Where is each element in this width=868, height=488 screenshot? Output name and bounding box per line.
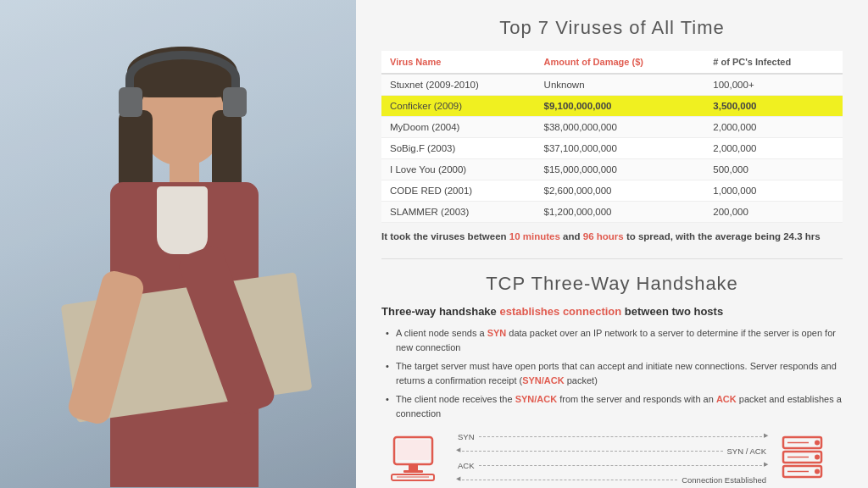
arrow-line bbox=[479, 436, 766, 437]
arrow-row: ACK bbox=[458, 461, 766, 470]
virus-infected-cell: 1,000,000 bbox=[704, 180, 843, 202]
arrow-label: SYN bbox=[458, 432, 475, 441]
svg-rect-2 bbox=[409, 464, 418, 470]
virus-damage-cell: $38,000,000,000 bbox=[536, 117, 705, 138]
virus-name-cell: Conficker (2009) bbox=[381, 96, 536, 117]
arrow-label: ACK bbox=[458, 461, 475, 470]
virus-infected-cell: 100,000+ bbox=[704, 74, 843, 96]
bullet-item: The target server must have open ports t… bbox=[386, 359, 843, 387]
tcp-title: TCP Three-Way Handshake bbox=[381, 273, 843, 295]
bullet-item: The client node receives the SYN/ACK fro… bbox=[386, 392, 843, 420]
table-row: CODE RED (2001)$2,600,000,0001,000,000 bbox=[381, 180, 843, 202]
syn-ack-highlight2: SYN/ACK bbox=[515, 394, 558, 404]
virus-damage-cell: $2,600,000,000 bbox=[536, 180, 705, 202]
spread-note-max: 96 hours bbox=[583, 231, 624, 241]
svg-point-9 bbox=[815, 454, 820, 459]
spread-note-min: 10 minutes bbox=[509, 231, 560, 241]
table-row: MyDoom (2004)$38,000,000,0002,000,000 bbox=[381, 117, 843, 138]
table-row: Stuxnet (2009-2010)Unknown100,000+ bbox=[381, 74, 843, 96]
virus-table-title: Top 7 Viruses of All Time bbox=[381, 17, 843, 39]
arrow-line bbox=[458, 451, 723, 452]
virus-damage-cell: $9,100,000,000 bbox=[536, 96, 705, 117]
virus-infected-cell: 500,000 bbox=[704, 159, 843, 180]
subtitle-start: Three-way handshake bbox=[381, 305, 499, 318]
arrow-row: SYN / ACK bbox=[458, 446, 766, 456]
server-icon bbox=[779, 435, 834, 482]
virus-name-cell: SoBig.F (2003) bbox=[381, 138, 536, 159]
virus-infected-cell: 2,000,000 bbox=[704, 117, 843, 138]
virus-name-cell: CODE RED (2001) bbox=[381, 180, 536, 202]
content-panel: Top 7 Viruses of All Time Virus Name Amo… bbox=[356, 0, 868, 488]
virus-infected-cell: 2,000,000 bbox=[704, 138, 843, 159]
col-header-infected: # of PC's Infected bbox=[704, 51, 843, 74]
spread-note: It took the viruses between 10 minutes a… bbox=[381, 231, 843, 241]
spread-note-end: to spread, with the average being 24.3 h… bbox=[626, 231, 821, 241]
syn-ack-highlight: SYN/ACK bbox=[522, 375, 565, 385]
subtitle-end: between two hosts bbox=[621, 305, 723, 318]
photo-panel bbox=[0, 0, 356, 488]
arrow-line bbox=[458, 480, 677, 480]
virus-name-cell: I Love You (2000) bbox=[381, 159, 536, 180]
virus-infected-cell: 3,500,000 bbox=[704, 96, 843, 117]
subtitle-highlight: establishes connection bbox=[499, 305, 621, 318]
virus-name-cell: Stuxnet (2009-2010) bbox=[381, 74, 536, 96]
table-row: SoBig.F (2003)$37,100,000,0002,000,000 bbox=[381, 138, 843, 159]
spread-note-mid: and bbox=[563, 231, 583, 241]
virus-name-cell: MyDoom (2004) bbox=[381, 117, 536, 138]
virus-table: Virus Name Amount of Damage ($) # of PC'… bbox=[381, 51, 843, 223]
table-row: SLAMMER (2003)$1,200,000,000200,000 bbox=[381, 202, 843, 223]
arrow-row: SYN bbox=[458, 432, 766, 441]
svg-point-7 bbox=[815, 440, 820, 445]
svg-rect-3 bbox=[403, 470, 423, 473]
server-svg bbox=[779, 435, 834, 482]
arrow-line bbox=[479, 465, 766, 466]
virus-damage-cell: $15,000,000,000 bbox=[536, 159, 705, 180]
handshake-subtitle: Three-way handshake establishes connecti… bbox=[381, 305, 843, 318]
tcp-diagram: SYNSYN / ACKACKConnection Established bbox=[381, 432, 843, 485]
arrow-label: Connection Established bbox=[682, 475, 766, 485]
virus-damage-cell: $1,200,000,000 bbox=[536, 202, 705, 223]
svg-rect-1 bbox=[397, 440, 430, 460]
section-divider bbox=[381, 258, 843, 259]
table-row: I Love You (2000)$15,000,000,000500,000 bbox=[381, 159, 843, 180]
tcp-section: TCP Three-Way Handshake Three-way handsh… bbox=[381, 273, 843, 485]
virus-damage-cell: Unknown bbox=[536, 74, 705, 96]
computer-svg bbox=[390, 435, 445, 482]
ack-highlight: ACK bbox=[716, 394, 737, 404]
col-header-damage: Amount of Damage ($) bbox=[536, 51, 705, 74]
arrow-row: Connection Established bbox=[458, 475, 766, 485]
bullet-item: A client node sends a SYN data packet ov… bbox=[386, 326, 843, 354]
spread-note-start: It took the viruses between bbox=[381, 231, 509, 241]
table-row: Conficker (2009)$9,100,000,0003,500,000 bbox=[381, 96, 843, 117]
table-header-row: Virus Name Amount of Damage ($) # of PC'… bbox=[381, 51, 843, 74]
col-header-virus: Virus Name bbox=[381, 51, 536, 74]
virus-table-section: Top 7 Viruses of All Time Virus Name Amo… bbox=[381, 17, 843, 241]
arrow-label: SYN / ACK bbox=[727, 446, 766, 456]
client-icon bbox=[390, 435, 445, 482]
svg-point-11 bbox=[815, 469, 820, 474]
virus-damage-cell: $37,100,000,000 bbox=[536, 138, 705, 159]
handshake-bullets: A client node sends a SYN data packet ov… bbox=[386, 326, 843, 420]
virus-infected-cell: 200,000 bbox=[704, 202, 843, 223]
syn-highlight: SYN bbox=[487, 328, 507, 338]
virus-name-cell: SLAMMER (2003) bbox=[381, 202, 536, 223]
tcp-arrows: SYNSYN / ACKACKConnection Established bbox=[458, 432, 766, 485]
